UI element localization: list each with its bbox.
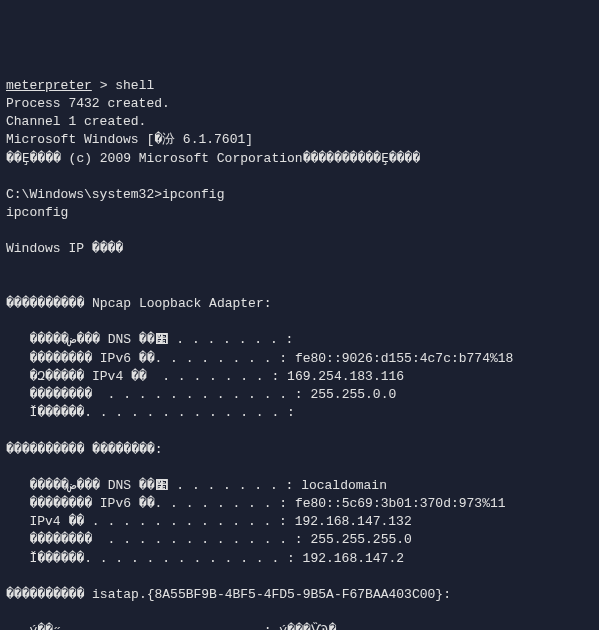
prompt-suffix: > <box>92 78 115 93</box>
adapter2-dns: �����ض��� DNS ��׺ . . . . . . . : locald… <box>6 478 387 493</box>
adapter2-header: ���������� ��������: <box>6 442 162 457</box>
windows-ip-line: Windows IP ���� <box>6 241 123 256</box>
adapter3-header: ���������� isatap.{8A55BF9B-4BF5-4FD5-9B… <box>6 587 451 602</box>
adapter1-header: ���������� Npcap Loopback Adapter: <box>6 296 272 311</box>
adapter1-ipv4: �Զ����� IPv4 �� . . . . . . . : 169.254.… <box>6 369 404 384</box>
adapter2-gateway: Ĭ������. . . . . . . . . . . . . : 192.1… <box>6 551 404 566</box>
copyright-line: ��Ȩ���� (c) 2009 Microsoft Corporation��… <box>6 151 420 166</box>
adapter3-status: ý��״̬ . . . . . . . . . . . . : ý���ѶϿ� <box>6 623 336 630</box>
channel-created-line: Channel 1 created. <box>6 114 146 129</box>
adapter2-ipv6: �������� IPv6 ��. . . . . . . . : fe80::… <box>6 496 506 511</box>
meterpreter-prompt: meterpreter <box>6 78 92 93</box>
windows-version-line: Microsoft Windows [�汾 6.1.7601] <box>6 132 253 147</box>
process-created-line: Process 7432 created. <box>6 96 170 111</box>
terminal-output: meterpreter > shell Process 7432 created… <box>6 77 593 630</box>
shell-command: shell <box>115 78 154 93</box>
adapter1-gateway: Ĭ������. . . . . . . . . . . . . : <box>6 405 295 420</box>
adapter1-mask: �������� . . . . . . . . . . . . : 255.2… <box>6 387 396 402</box>
ipconfig-command: ipconfig <box>162 187 224 202</box>
ipconfig-echo: ipconfig <box>6 205 68 220</box>
cmd-prompt: C:\Windows\system32> <box>6 187 162 202</box>
adapter2-mask: �������� . . . . . . . . . . . . : 255.2… <box>6 532 412 547</box>
adapter1-dns: �����ض��� DNS ��׺ . . . . . . . : <box>6 332 293 347</box>
adapter2-ipv4: IPv4 �� . . . . . . . . . . . . : 192.16… <box>6 514 412 529</box>
adapter1-ipv6: �������� IPv6 ��. . . . . . . . : fe80::… <box>6 351 513 366</box>
